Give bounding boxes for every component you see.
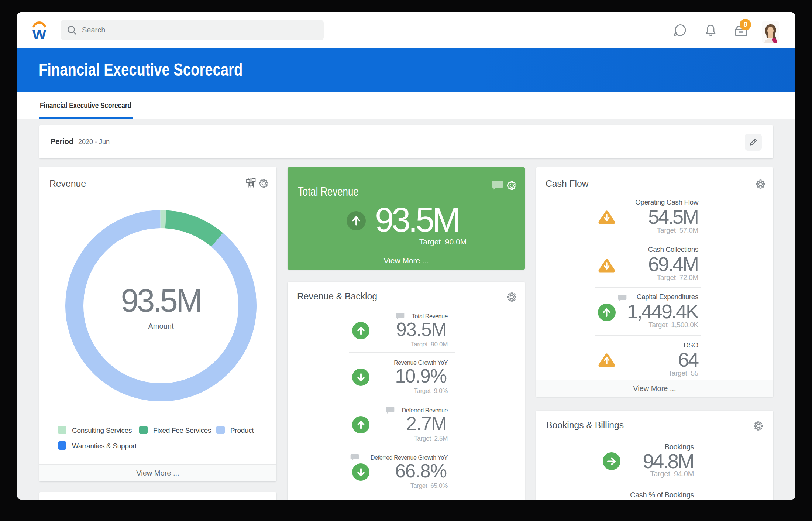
svg-text:w: w xyxy=(32,24,46,42)
